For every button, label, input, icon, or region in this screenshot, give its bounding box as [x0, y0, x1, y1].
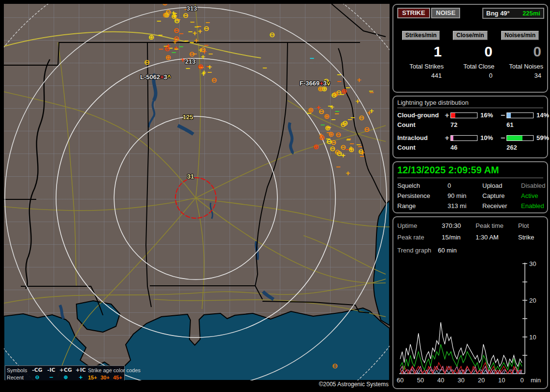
cg-neg-count: 61: [507, 121, 535, 128]
status-grid: Squelch 0 Upload Disabled Persistence 90…: [397, 182, 547, 210]
uptime-label: Uptime: [397, 222, 442, 229]
strikes-per-min-value: 1: [434, 43, 442, 60]
ic-pos-bar: [450, 135, 478, 141]
svg-text:20: 20: [529, 297, 536, 304]
plus-sign: +: [444, 134, 450, 141]
storm-tracker-label: F-3669+3v: [300, 80, 330, 87]
upload-label: Upload: [482, 182, 521, 189]
age-45: 45+: [113, 375, 124, 380]
squelch-label: Squelch: [397, 182, 448, 189]
rates-panel: STRIKE NOISE Bng 49° 225mi Strikes/min 1…: [392, 4, 548, 93]
bearing-value: Bng 49°: [486, 10, 510, 17]
plot-value: Strike: [518, 234, 546, 241]
map-legend: Symbols -CG -IC +CG +IC Strike age color…: [5, 365, 125, 380]
total-strikes-value: 441: [431, 72, 442, 79]
cg-pos-count: 72: [450, 121, 478, 128]
persistence-value: 90 min: [448, 192, 482, 199]
age-30: 30+: [101, 375, 113, 380]
cg-pos-bar: [450, 112, 478, 118]
ic-neg-recent-icon: −: [44, 374, 58, 380]
peak-time-value: 1:30 AM: [476, 234, 518, 241]
ring-label-313: 313: [187, 5, 197, 12]
close-per-min-value: 0: [484, 43, 492, 60]
cloud-ground-row: Cloud-ground + 16% − 14%: [397, 112, 547, 119]
ring-label-31: 31: [187, 173, 194, 180]
total-strikes-label: Total Strikes: [409, 63, 444, 70]
legend-col-cgpos: +CG: [58, 367, 73, 373]
ring-label-125: 125: [183, 113, 193, 121]
ring-label-213: 213: [185, 58, 196, 65]
strikes-per-min-column: Strikes/min 1 Total Strikes 441: [397, 31, 445, 79]
storm-tracker-label: L-5062+3^: [140, 73, 171, 81]
noises-per-min-button[interactable]: Noises/min: [501, 31, 539, 40]
datetime-display: 12/13/2025 2:09:59 AM: [397, 165, 543, 178]
legend-age-title: Strike age color codes: [88, 367, 124, 373]
cloud-ground-label: Cloud-ground: [397, 112, 444, 119]
bearing-readout: Bng 49° 225mi: [482, 8, 544, 19]
plus-sign: +: [444, 112, 450, 119]
trend-panel: Uptime 370:30 Peak time Plot Peak rate 1…: [392, 216, 548, 389]
strike-mode-button[interactable]: STRIKE: [397, 8, 430, 18]
capture-status: Active: [521, 192, 550, 199]
lightning-map[interactable]: ⊖−−−−⊖⊖⊖−−+⊕+++⊕+⊖−+−⊖−⊕−+−−⊖−⊖+−−−++⊖⊖−…: [4, 4, 390, 380]
total-close-value: 0: [489, 72, 492, 79]
svg-text:30: 30: [529, 260, 536, 267]
upload-status: Disabled: [521, 182, 550, 189]
trend-chart: 1020306050403020100min: [395, 259, 545, 387]
cg-neg-bar: [507, 112, 534, 118]
close-per-min-button[interactable]: Close/min: [453, 31, 487, 40]
cg-pos-recent-icon: ⊕: [58, 374, 73, 380]
persistence-label: Persistence: [397, 192, 448, 199]
svg-text:10: 10: [498, 377, 505, 384]
trend-graph-label: Trend graph: [397, 247, 431, 254]
legend-recent-label: Recent: [7, 375, 30, 380]
distribution-title: Lightning type distribution: [397, 99, 543, 108]
cg-neg-recent-icon: ⊖: [30, 374, 44, 380]
age-15: 15+: [88, 375, 101, 380]
svg-text:min: min: [531, 377, 541, 384]
ic-neg-pct: 59%: [535, 134, 550, 141]
cloud-ground-counts: Count 72 61: [397, 121, 547, 128]
trend-series-cloudground-pos: [400, 363, 522, 374]
close-per-min-column: Close/min 0 Total Close 0: [445, 31, 495, 79]
intracloud-label: Intracloud: [397, 134, 444, 141]
squelch-value: 0: [448, 182, 482, 189]
svg-text:10: 10: [529, 334, 536, 341]
noise-mode-button[interactable]: NOISE: [431, 8, 460, 18]
legend-col-icpos: +IC: [73, 367, 88, 373]
total-noises-value: 34: [535, 72, 541, 79]
receiver-label: Receiver: [482, 202, 521, 210]
ic-neg-bar: [507, 135, 534, 141]
session-grid: Uptime 370:30 Peak time Plot Peak rate 1…: [397, 222, 547, 241]
peak-rate-value: 15/min: [442, 234, 476, 241]
trend-series-intracloud-pos: [400, 366, 522, 374]
cg-pos-pct: 16%: [478, 112, 500, 119]
trend-graph-row: Trend graph 60 min: [397, 247, 547, 254]
intracloud-row: Intracloud + 10% − 59%: [397, 134, 547, 141]
distribution-panel: Lightning type distribution Cloud-ground…: [392, 96, 548, 158]
svg-text:0: 0: [520, 377, 523, 384]
svg-text:20: 20: [478, 377, 485, 384]
status-panel: 12/13/2025 2:09:59 AM Squelch 0 Upload D…: [392, 161, 548, 213]
receiver-status: Enabled: [521, 202, 550, 210]
legend-col-icneg: -IC: [44, 367, 58, 373]
total-noises-label: Total Noises: [509, 63, 543, 70]
ic-pos-pct: 10%: [478, 134, 500, 141]
trend-graph-value: 60 min: [438, 247, 457, 254]
copyright-text: ©2005 Astrogenic Systems: [4, 381, 390, 388]
count-label: Count: [397, 121, 444, 128]
trend-series-strikes-total: [400, 322, 522, 366]
range-label: Range: [397, 202, 448, 210]
minus-sign: −: [500, 112, 507, 119]
cg-neg-pct: 14%: [535, 112, 550, 119]
peak-rate-label: Peak rate: [397, 234, 442, 241]
noises-per-min-value: 0: [533, 43, 541, 60]
svg-text:60: 60: [397, 377, 404, 384]
noises-per-min-column: Noises/min 0 Total Noises 34: [496, 31, 544, 79]
total-close-label: Total Close: [463, 63, 494, 70]
strikes-per-min-button[interactable]: Strikes/min: [402, 31, 440, 40]
intracloud-counts: Count 46 262: [397, 144, 547, 151]
svg-text:50: 50: [417, 377, 424, 384]
distance-value: 225mi: [522, 10, 540, 17]
plot-label: Plot: [518, 222, 546, 229]
